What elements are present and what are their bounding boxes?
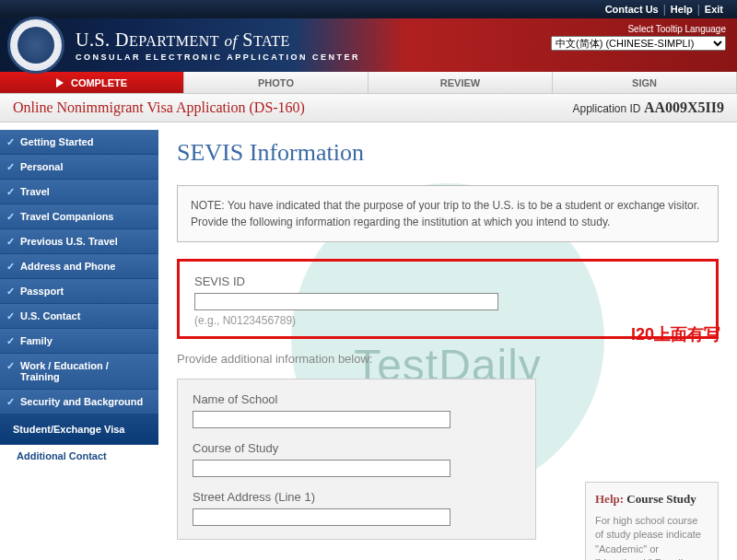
language-label: Select Tooltip Language: [551, 24, 726, 34]
sevis-id-input[interactable]: [194, 293, 498, 310]
dept-title-block: U.S. DEPARTMENT of STATE CONSULAR ELECTR…: [76, 29, 360, 62]
language-selector-block: Select Tooltip Language 中文(简体) (CHINESE-…: [551, 24, 726, 51]
separator: |: [663, 3, 666, 16]
step-tabs: COMPLETE PHOTO REVIEW SIGN: [0, 72, 737, 94]
sidebar-item-previous-us-travel[interactable]: Previous U.S. Travel: [0, 229, 158, 254]
school-input[interactable]: [193, 411, 450, 428]
help-panel: Help: Course Study For high school cours…: [585, 482, 719, 560]
sidebar-item-personal[interactable]: Personal: [0, 155, 158, 180]
application-id: Application ID AA009X5II9: [572, 99, 724, 116]
tab-review[interactable]: REVIEW: [368, 72, 553, 93]
language-select[interactable]: 中文(简体) (CHINESE-SIMPLI): [551, 36, 726, 51]
body-layout: Getting Started Personal Travel Travel C…: [0, 122, 737, 556]
school-label: Name of School: [193, 392, 521, 406]
note-box: NOTE: You have indicated that the purpos…: [177, 185, 719, 242]
help-body: For high school course of study please i…: [595, 514, 708, 560]
sidebar-item-travel-companions[interactable]: Travel Companions: [0, 204, 158, 229]
sidebar-item-getting-started[interactable]: Getting Started: [0, 130, 158, 155]
course-input[interactable]: [193, 460, 450, 477]
separator: |: [697, 3, 700, 16]
street1-label: Street Address (Line 1): [193, 490, 521, 504]
page-header-row: Online Nonimmigrant Visa Application (DS…: [0, 94, 737, 122]
sidebar-item-travel[interactable]: Travel: [0, 180, 158, 204]
dept-title: U.S. DEPARTMENT of STATE: [76, 29, 360, 51]
header-banner: U.S. DEPARTMENT of STATE CONSULAR ELECTR…: [0, 18, 737, 72]
dept-subtitle: CONSULAR ELECTRONIC APPLICATION CENTER: [76, 52, 360, 62]
main-content: TestDaily SEVIS Information NOTE: You ha…: [158, 122, 737, 556]
tab-sign[interactable]: SIGN: [553, 72, 737, 93]
help-link[interactable]: Help: [671, 4, 693, 15]
sidebar-subitem-additional-contact[interactable]: Additional Contact: [0, 445, 158, 464]
sidebar-item-security[interactable]: Security and Background: [0, 390, 158, 414]
page-title: SEVIS Information: [177, 139, 719, 167]
section-header: Provide additional information below:: [177, 352, 719, 366]
additional-info-block: Name of School Course of Study Street Ad…: [177, 379, 536, 540]
exit-link[interactable]: Exit: [705, 4, 723, 15]
sevis-id-label: SEVIS ID: [194, 274, 701, 288]
sevis-id-hint: (e.g., N0123456789): [194, 314, 701, 327]
contact-link[interactable]: Contact Us: [605, 4, 659, 15]
sidebar-item-address-phone[interactable]: Address and Phone: [0, 254, 158, 279]
form-title: Online Nonimmigrant Visa Application (DS…: [13, 99, 305, 116]
sidebar-item-passport[interactable]: Passport: [0, 279, 158, 304]
top-link-bar: Contact Us | Help | Exit: [0, 0, 737, 18]
annotation-i20: I20上面有写: [631, 323, 720, 345]
sidebar-item-student-exchange[interactable]: Student/Exchange Visa: [0, 414, 158, 445]
sidebar-nav: Getting Started Personal Travel Travel C…: [0, 122, 158, 556]
course-label: Course of Study: [193, 441, 521, 455]
app-window: Contact Us | Help | Exit U.S. DEPARTMENT…: [0, 0, 737, 560]
sidebar-item-work-education[interactable]: Work / Education / Training: [0, 354, 158, 390]
help-title: Help: Course Study: [595, 492, 708, 507]
tab-photo[interactable]: PHOTO: [184, 72, 368, 93]
tab-complete[interactable]: COMPLETE: [0, 72, 184, 93]
street1-input[interactable]: [193, 508, 450, 526]
sidebar-item-us-contact[interactable]: U.S. Contact: [0, 304, 158, 329]
sidebar-item-family[interactable]: Family: [0, 329, 158, 354]
state-dept-seal-icon: [7, 17, 64, 74]
